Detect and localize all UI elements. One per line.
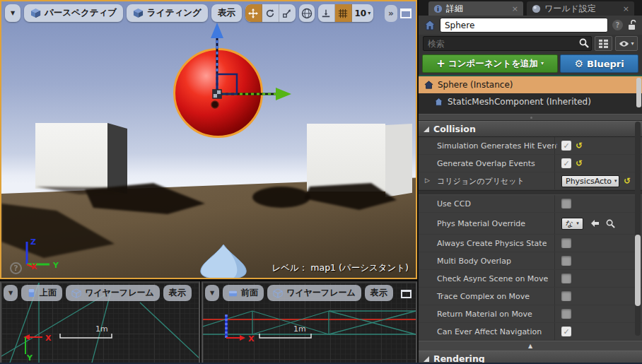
checkbox[interactable]	[561, 199, 571, 209]
svg-text:X: X	[248, 334, 255, 344]
ortho-front-viewport[interactable]: X 1m ▼ 前面 ワイヤーフレーム 表示	[202, 281, 417, 364]
property-value: PhysicsActo▾↺	[554, 172, 632, 189]
lock-open-icon[interactable]	[627, 20, 636, 30]
wireframe-mode-button[interactable]: ワイヤーフレーム	[66, 285, 160, 301]
gizmo-z-arrow[interactable]	[211, 23, 223, 38]
reset-to-default-icon[interactable]: ↺	[576, 159, 583, 168]
front-view-button[interactable]: 前面	[223, 285, 264, 301]
close-icon[interactable]: ×	[512, 4, 518, 13]
reset-to-default-icon[interactable]: ↺	[576, 141, 583, 150]
view-options-button[interactable]	[595, 36, 612, 51]
chevron-down-icon: ▼	[8, 290, 13, 296]
help-button[interactable]: ?	[612, 20, 623, 30]
cube-icon	[30, 8, 41, 18]
collapse-rows-button[interactable]: ▲	[419, 341, 642, 351]
move-icon	[248, 8, 258, 18]
property-value: ✓↺	[554, 155, 632, 172]
expander-icon[interactable]: ▷	[425, 177, 430, 184]
viewport-toolbar: ▼ パースペクティブ ライティング 表示	[5, 4, 373, 22]
chevron-down-icon: ▾	[541, 61, 544, 66]
lit-mode-button[interactable]: ライティング	[127, 4, 208, 22]
ortho-top-viewport[interactable]: X Y 1m ▼ 上面 ワイヤーフレーム 表示	[0, 281, 200, 364]
world-local-toggle-button[interactable]	[299, 4, 315, 22]
property-value	[554, 288, 632, 305]
chevron-down-icon: ▼	[11, 11, 15, 16]
show-button[interactable]: 表示	[211, 4, 242, 22]
panel-tab-bar: i 詳細 × ワールド設定 ×	[419, 0, 642, 16]
checkbox[interactable]	[561, 238, 571, 248]
svg-text:X: X	[31, 262, 37, 271]
chevron-down-icon: ▼	[210, 290, 214, 296]
viewport-options-button[interactable]: ▼	[205, 285, 219, 301]
properties-area: Collision Simulation Generates Hit Event…	[419, 121, 642, 364]
checkbox[interactable]	[561, 309, 571, 319]
transform-gizmo[interactable]	[171, 21, 295, 113]
surface-snap-button[interactable]	[318, 4, 335, 22]
property-row: Check Async Scene on Move	[419, 270, 642, 288]
wireframe-mode-button[interactable]: ワイヤーフレーム	[267, 285, 361, 301]
blueprint-button[interactable]: ⚙ Bluepri	[560, 54, 638, 73]
eye-icon	[619, 40, 629, 47]
checkbox[interactable]: ✓	[561, 141, 571, 151]
asset-dropdown[interactable]: な▾	[561, 218, 583, 230]
grid-snap-button[interactable]	[335, 4, 352, 22]
horizontal-splitter[interactable]	[0, 279, 417, 281]
gizmo-y-arrow[interactable]	[276, 88, 291, 100]
svg-text:X: X	[45, 334, 52, 343]
tab-details[interactable]: i 詳細 ×	[428, 1, 523, 16]
tab-label: ワールド設定	[544, 3, 596, 15]
visibility-filter-button[interactable]: ▾	[615, 36, 638, 51]
browse-icon[interactable]	[606, 219, 615, 228]
add-component-label: コンポーネントを追加	[448, 58, 538, 70]
close-icon[interactable]: ×	[623, 4, 629, 13]
checkbox[interactable]	[561, 291, 571, 301]
actor-name-input[interactable]	[440, 18, 608, 33]
maximize-viewport-button[interactable]	[401, 290, 412, 298]
use-selected-icon[interactable]	[590, 219, 600, 228]
panel-splitter-handle[interactable]	[419, 114, 642, 121]
property-label: Multi Body Overlap	[419, 257, 511, 266]
checkbox[interactable]	[561, 256, 571, 266]
add-component-button[interactable]: + コンポーネントを追加 ▾	[422, 54, 558, 73]
component-row[interactable]: Sphere (Instance)	[419, 76, 642, 93]
checkbox[interactable]: ✓	[561, 327, 571, 336]
svg-text:1m: 1m	[95, 324, 108, 334]
property-label: Can Ever Affect Navigation	[419, 327, 542, 336]
perspective-viewport[interactable]: ▼ パースペクティブ ライティング 表示	[0, 0, 417, 279]
show-button[interactable]: 表示	[365, 285, 393, 301]
show-button[interactable]: 表示	[163, 285, 192, 301]
ortho-splitter[interactable]	[200, 281, 202, 364]
preset-dropdown[interactable]: PhysicsActo▾	[561, 175, 619, 187]
tab-world-settings[interactable]: ワールド設定 ×	[527, 1, 634, 16]
droplet-mesh[interactable]	[197, 244, 250, 279]
component-row[interactable]: StaticMeshComponent (Inherited)	[419, 93, 642, 110]
grid-snap-value-button[interactable]: 10 ▾	[352, 4, 373, 22]
viewport-options-button[interactable]: ▼	[4, 285, 18, 301]
component-tree: Sphere (Instance)StaticMeshComponent (In…	[419, 75, 642, 114]
search-input[interactable]	[423, 36, 592, 51]
viewport-options-button[interactable]: ▼	[5, 4, 21, 22]
rotate-tool-button[interactable]	[262, 4, 279, 22]
chevrons-icon: »	[388, 8, 394, 18]
view-mode-button[interactable]: パースペクティブ	[24, 4, 123, 22]
checkbox[interactable]: ✓	[561, 158, 571, 168]
checkbox[interactable]	[561, 274, 571, 283]
top-view-button[interactable]: 上面	[21, 285, 62, 301]
move-tool-button[interactable]	[245, 4, 262, 22]
toolbar-overflow-button[interactable]: »	[385, 5, 397, 22]
property-label: Return Material on Move	[419, 310, 532, 319]
scrollbar-thumb[interactable]	[635, 235, 641, 306]
top-view-label: 上面	[40, 287, 57, 299]
component-house-icon	[424, 81, 433, 89]
property-row: Simulation Generates Hit Events✓↺	[419, 137, 642, 155]
chevron-down-icon: ▾	[368, 11, 370, 16]
property-label: Generate Overlap Events	[419, 159, 535, 168]
maximize-viewport-button[interactable]	[400, 8, 412, 18]
reset-to-default-icon[interactable]: ↺	[624, 177, 631, 185]
help-button[interactable]: ?	[10, 262, 22, 274]
gizmo-x-handle[interactable]	[211, 101, 218, 108]
scale-tool-button[interactable]	[279, 4, 296, 22]
scrollbar-thumb[interactable]	[636, 78, 641, 107]
section-collision[interactable]: Collision	[419, 121, 642, 137]
component-house-icon	[434, 98, 443, 106]
